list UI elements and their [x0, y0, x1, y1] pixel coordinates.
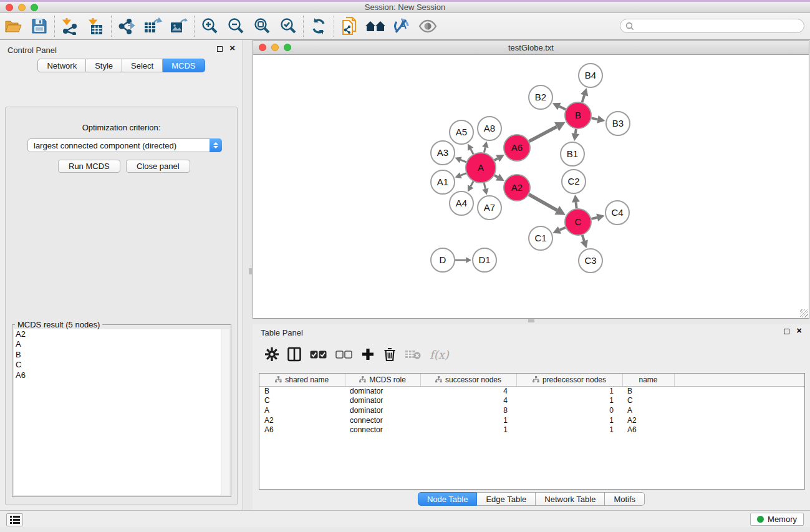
column-header[interactable]: successor nodes — [420, 374, 516, 386]
splitter-handle[interactable] — [249, 268, 252, 274]
mcds-result-item[interactable]: A6 — [14, 370, 229, 380]
table-cell[interactable]: A6 — [622, 425, 674, 435]
export-network-button[interactable] — [113, 14, 140, 38]
zoom-selected-button[interactable] — [275, 14, 301, 38]
save-session-button[interactable] — [26, 14, 52, 38]
delete-table-button[interactable] — [405, 349, 421, 360]
panel-splitter[interactable] — [243, 40, 253, 510]
table-cell[interactable]: connector — [345, 425, 420, 435]
tab-motifs[interactable]: Motifs — [605, 492, 645, 506]
tab-select[interactable]: Select — [122, 59, 163, 72]
function-builder-button[interactable]: f(x) — [430, 348, 449, 361]
tab-mcds[interactable]: MCDS — [163, 59, 205, 72]
table-cell[interactable]: dominator — [345, 396, 420, 406]
open-session-button[interactable] — [0, 14, 26, 38]
zoom-out-button[interactable] — [223, 14, 249, 38]
float-panel-icon[interactable] — [784, 329, 789, 334]
hide-labels-button[interactable] — [388, 14, 415, 38]
table-cell[interactable]: 1 — [516, 386, 622, 396]
tab-edge-table[interactable]: Edge Table — [477, 492, 536, 506]
tab-network-table[interactable]: Network Table — [536, 492, 605, 506]
mcds-result-item[interactable]: A — [14, 339, 229, 349]
table-settings-button[interactable] — [265, 347, 279, 361]
import-network-button[interactable] — [57, 14, 83, 38]
graph-edge[interactable] — [591, 218, 597, 219]
column-header[interactable]: name — [622, 374, 674, 386]
graph-edge[interactable] — [484, 147, 485, 152]
graph-edge[interactable] — [576, 202, 577, 208]
show-graphics-details-button[interactable] — [415, 14, 441, 38]
graph-edge[interactable] — [576, 129, 576, 133]
export-image-button[interactable] — [166, 14, 192, 38]
table-cell[interactable]: B — [259, 386, 345, 396]
table-cell[interactable]: 1 — [516, 425, 622, 435]
network-from-file-button[interactable] — [336, 14, 362, 38]
tab-node-table[interactable]: Node Table — [418, 492, 478, 506]
graph-edge[interactable] — [494, 175, 498, 177]
table-row[interactable]: Bdominator41B — [259, 386, 804, 396]
run-mcds-button[interactable]: Run MCDS — [58, 160, 120, 173]
table-cell[interactable]: connector — [345, 415, 420, 425]
table-cell[interactable]: A6 — [259, 425, 345, 435]
splitter-handle[interactable] — [528, 319, 534, 322]
table-cell[interactable]: 1 — [420, 415, 516, 425]
graph-edge[interactable] — [461, 160, 466, 162]
table-cell[interactable]: C — [259, 396, 345, 406]
table-cell[interactable]: 0 — [516, 405, 622, 415]
table-cell[interactable]: 1 — [420, 425, 516, 435]
mcds-result-item[interactable]: C — [14, 360, 229, 370]
table-row[interactable]: A2connector11A2 — [259, 415, 804, 425]
table-cell[interactable]: dominator — [345, 386, 420, 396]
add-column-button[interactable] — [361, 347, 375, 361]
tab-network[interactable]: Network — [37, 59, 86, 72]
graph-edge[interactable] — [582, 235, 584, 241]
table-header-row[interactable]: shared nameMCDS rolesuccessor nodesprede… — [259, 374, 804, 386]
graph-edge[interactable] — [471, 149, 473, 154]
table-cell[interactable]: 8 — [420, 405, 516, 415]
mcds-result-item[interactable]: B — [14, 350, 229, 360]
search-input[interactable] — [620, 19, 804, 33]
column-header[interactable]: predecessor nodes — [516, 374, 622, 386]
mcds-result-list[interactable]: A2ABCA6 — [14, 329, 229, 495]
table-cell[interactable]: A2 — [622, 415, 674, 425]
refresh-layout-button[interactable] — [306, 14, 332, 38]
graph-edge[interactable] — [484, 183, 485, 188]
task-history-button[interactable] — [6, 513, 23, 526]
table-cell[interactable]: B — [622, 386, 674, 396]
table-cell[interactable]: 4 — [420, 396, 516, 406]
close-panel-icon[interactable]: × — [796, 327, 802, 333]
table-cell[interactable]: A — [259, 405, 345, 415]
graph-edge[interactable] — [592, 118, 598, 119]
scrollbar-track[interactable] — [221, 329, 229, 495]
table-cell[interactable]: C — [622, 396, 674, 406]
graph-edge[interactable] — [529, 127, 556, 142]
column-browser-button[interactable] — [287, 347, 301, 362]
table-row[interactable]: Cdominator41C — [259, 396, 804, 406]
close-panel-button[interactable]: Close panel — [126, 160, 190, 173]
zoom-fit-button[interactable] — [249, 14, 275, 38]
import-table-button[interactable] — [83, 14, 109, 38]
graph-edge[interactable] — [461, 173, 466, 175]
tab-style[interactable]: Style — [86, 59, 122, 72]
column-header[interactable]: MCDS role — [345, 374, 420, 386]
table-cell[interactable]: 1 — [516, 396, 622, 406]
float-panel-icon[interactable] — [217, 46, 223, 52]
graph-edge[interactable] — [559, 228, 565, 230]
table-cell[interactable]: A — [622, 405, 674, 415]
table-cell[interactable]: dominator — [345, 405, 420, 415]
zoom-in-button[interactable] — [196, 14, 223, 38]
graph-edge[interactable] — [471, 181, 473, 186]
home-view-button[interactable] — [362, 14, 388, 38]
table-row[interactable]: A6connector11A6 — [259, 425, 804, 435]
mcds-result-item[interactable]: A2 — [14, 329, 229, 339]
graph-edge[interactable] — [494, 158, 498, 160]
close-panel-icon[interactable]: × — [229, 45, 235, 51]
network-canvas[interactable]: AA1A2A3A4A5A6A7A8BB1B2B3B4CC1C2C3C4DD1 — [253, 55, 809, 318]
attribute-table[interactable]: shared nameMCDS rolesuccessor nodesprede… — [259, 374, 804, 435]
table-cell[interactable]: 4 — [420, 386, 516, 396]
resize-grip-icon[interactable] — [800, 309, 808, 317]
criterion-dropdown[interactable]: largest connected component (directed) — [27, 138, 222, 152]
table-cell[interactable]: A2 — [259, 415, 345, 425]
delete-column-button[interactable] — [383, 347, 396, 362]
select-all-button[interactable] — [310, 351, 327, 359]
